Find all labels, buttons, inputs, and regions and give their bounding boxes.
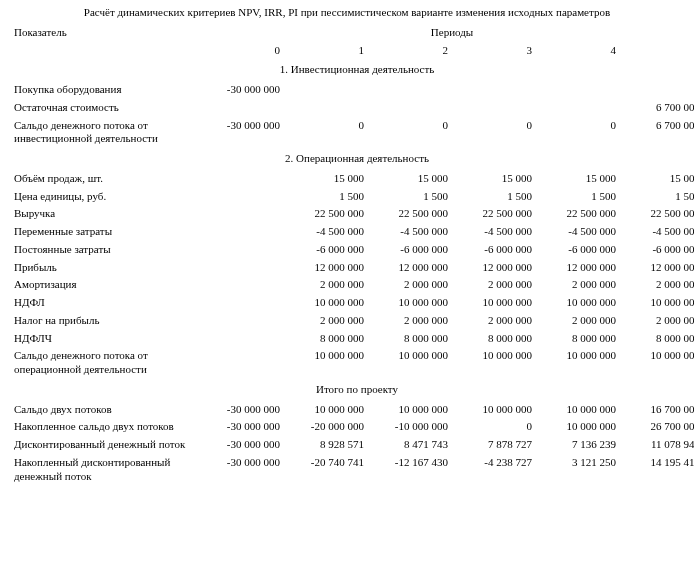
cell-value: -30 000 000 (200, 401, 284, 419)
cell-value: 15 000 (368, 170, 452, 188)
cell-value: 10 000 000 (284, 294, 368, 312)
cell-value: 2 000 000 (452, 312, 536, 330)
cell-value: 7 878 727 (452, 436, 536, 454)
section-title: 2. Операционная деятельность (10, 148, 694, 170)
cell-value: 16 700 000 (620, 401, 694, 419)
period-4: 4 (536, 42, 620, 60)
row-label: Остаточная стоимость (10, 99, 200, 117)
cell-value: -6 000 000 (452, 241, 536, 259)
cell-value: 12 000 000 (620, 259, 694, 277)
cell-value: 15 000 (536, 170, 620, 188)
table-row: Выручка22 500 00022 500 00022 500 00022 … (10, 205, 694, 223)
cell-value: -10 000 000 (368, 418, 452, 436)
row-label: Постоянные затраты (10, 241, 200, 259)
table-row: Сальдо денежного потока от операционной … (10, 347, 694, 379)
section-title-row: Итого по проекту (10, 379, 694, 401)
period-1: 1 (284, 42, 368, 60)
cell-value: 26 700 000 (620, 418, 694, 436)
row-label: НДФЛ (10, 294, 200, 312)
cell-value: 2 000 000 (284, 312, 368, 330)
cell-value: 2 000 000 (284, 276, 368, 294)
cell-value: 15 000 (620, 170, 694, 188)
cell-value: -4 500 000 (620, 223, 694, 241)
cell-value: 1 500 (284, 188, 368, 206)
row-label: Амортизация (10, 276, 200, 294)
table-row: Объём продаж, шт.15 00015 00015 00015 00… (10, 170, 694, 188)
cell-value: 10 000 000 (368, 294, 452, 312)
cell-value (284, 81, 368, 99)
cell-value: 10 000 000 (536, 347, 620, 379)
cell-value: 22 500 000 (284, 205, 368, 223)
table-row: Переменные затраты-4 500 000-4 500 000-4… (10, 223, 694, 241)
cell-value (620, 81, 694, 99)
cell-value: -6 000 000 (620, 241, 694, 259)
cell-value: 1 500 (620, 188, 694, 206)
cell-value: 7 136 239 (536, 436, 620, 454)
cell-value: 8 000 000 (536, 330, 620, 348)
cell-value (536, 81, 620, 99)
cell-value: 10 000 000 (368, 347, 452, 379)
row-label: Сальдо денежного потока от операционной … (10, 347, 200, 379)
cell-value: 2 000 000 (368, 276, 452, 294)
cell-value (200, 347, 284, 379)
row-label: Прибыль (10, 259, 200, 277)
cell-value (200, 170, 284, 188)
cell-value (452, 81, 536, 99)
cell-value: -6 000 000 (284, 241, 368, 259)
cell-value: 12 000 000 (536, 259, 620, 277)
header-row-1: Показатель Периоды (10, 24, 694, 42)
cell-value: 0 (368, 117, 452, 149)
cell-value: 2 000 000 (536, 276, 620, 294)
cell-value: 22 500 000 (620, 205, 694, 223)
table-row: Остаточная стоимость6 700 000 (10, 99, 694, 117)
cell-value: 10 000 000 (452, 347, 536, 379)
period-0: 0 (200, 42, 284, 60)
section-title: Итого по проекту (10, 379, 694, 401)
cell-value (200, 188, 284, 206)
section-title-row: 2. Операционная деятельность (10, 148, 694, 170)
cell-value: 10 000 000 (452, 401, 536, 419)
table-row: НДФЛ10 000 00010 000 00010 000 00010 000… (10, 294, 694, 312)
row-label: Покупка оборудования (10, 81, 200, 99)
row-label: Цена единицы, руб. (10, 188, 200, 206)
header-periods-group: Периоды (200, 24, 694, 42)
row-label: Накопленный дисконтированный денежный по… (10, 454, 200, 486)
cell-value: 0 (284, 117, 368, 149)
table-row: Амортизация2 000 0002 000 0002 000 0002 … (10, 276, 694, 294)
row-label: Сальдо двух потоков (10, 401, 200, 419)
cell-value (200, 99, 284, 117)
cell-value: 10 000 000 (452, 294, 536, 312)
table-row: Накопленное сальдо двух потоков-30 000 0… (10, 418, 694, 436)
table-row: Накопленный дисконтированный денежный по… (10, 454, 694, 486)
cell-value: 0 (452, 418, 536, 436)
cell-value: 8 928 571 (284, 436, 368, 454)
header-label: Показатель (10, 24, 200, 60)
cell-value: -4 500 000 (368, 223, 452, 241)
cell-value (368, 81, 452, 99)
cell-value: 2 000 000 (368, 312, 452, 330)
row-label: Налог на прибыль (10, 312, 200, 330)
cell-value: 15 000 (452, 170, 536, 188)
period-3: 3 (452, 42, 536, 60)
table-row: Сальдо денежного потока от инвестиционно… (10, 117, 694, 149)
cell-value: 10 000 000 (536, 418, 620, 436)
cell-value: 1 500 (368, 188, 452, 206)
cell-value: -30 000 000 (200, 81, 284, 99)
cell-value: 10 000 000 (620, 294, 694, 312)
cell-value: 2 000 000 (536, 312, 620, 330)
cell-value: -6 000 000 (536, 241, 620, 259)
cell-value: 10 000 000 (284, 401, 368, 419)
row-label: НДФЛЧ (10, 330, 200, 348)
cell-value: 14 195 418 (620, 454, 694, 486)
cell-value: 1 500 (452, 188, 536, 206)
table-row: НДФЛЧ8 000 0008 000 0008 000 0008 000 00… (10, 330, 694, 348)
cell-value: 6 700 000 (620, 117, 694, 149)
cell-value (536, 99, 620, 117)
cell-value: 10 000 000 (368, 401, 452, 419)
cell-value: 0 (536, 117, 620, 149)
cell-value: 8 000 000 (284, 330, 368, 348)
row-label: Объём продаж, шт. (10, 170, 200, 188)
cell-value (200, 259, 284, 277)
cell-value: 8 000 000 (620, 330, 694, 348)
cell-value: 8 471 743 (368, 436, 452, 454)
